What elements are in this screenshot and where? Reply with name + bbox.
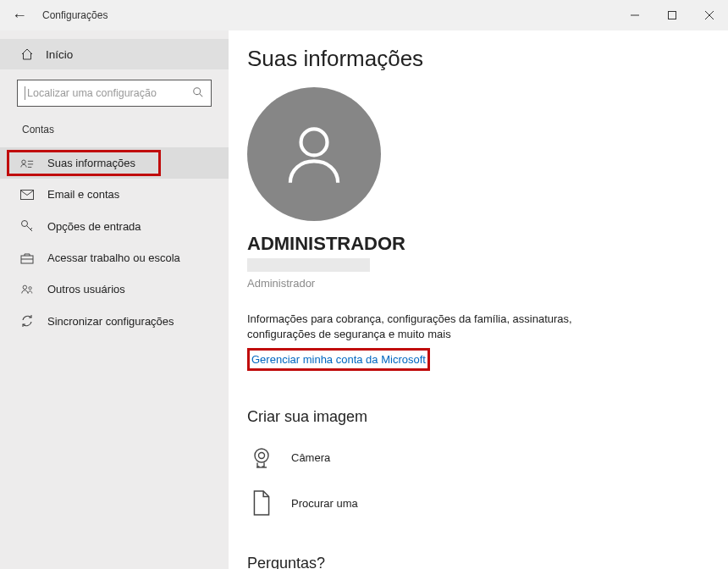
back-arrow-icon[interactable]: ← (12, 7, 27, 25)
sidebar: Início Contas (0, 30, 229, 569)
sidebar-item-label: Outros usuários (47, 283, 125, 296)
browse-option[interactable]: Procurar uma (247, 483, 709, 529)
masked-email (247, 258, 370, 272)
svg-point-19 (255, 449, 268, 462)
camera-option[interactable]: Câmera (247, 438, 709, 483)
sidebar-nav: Suas informações Email e contas Opções d… (0, 147, 229, 337)
sidebar-home-label: Início (46, 48, 73, 61)
search-box[interactable] (17, 80, 212, 107)
svg-line-13 (30, 228, 32, 229)
account-description: Informações para cobrança, configurações… (247, 312, 603, 341)
sidebar-item-label: Sincronizar configurações (47, 315, 174, 328)
minimize-button[interactable] (616, 0, 654, 30)
window-title: Configurações (42, 9, 108, 21)
window-titlebar: ← Configurações (0, 0, 728, 30)
svg-point-16 (23, 285, 26, 289)
sync-icon (20, 314, 34, 328)
other-users-icon (20, 284, 34, 296)
svg-point-11 (22, 221, 28, 227)
key-icon (20, 219, 34, 233)
questions-heading: Perguntas? (247, 555, 709, 569)
sidebar-section-label: Contas (0, 115, 229, 147)
text-caret (25, 86, 25, 100)
sidebar-home[interactable]: Início (0, 39, 229, 69)
sidebar-item-work-school[interactable]: Acessar trabalho ou escola (0, 242, 229, 273)
camera-label: Câmera (291, 451, 330, 464)
search-icon (192, 86, 204, 101)
annotation-highlight: Gerenciar minha conta da Microsoft (247, 348, 430, 371)
person-card-icon (20, 157, 34, 169)
sidebar-item-label: Email e contas (47, 188, 119, 201)
user-name: ADMINISTRADOR (247, 233, 709, 255)
svg-point-17 (29, 286, 31, 289)
content-pane: Suas informações ADMINISTRADOR Administr… (229, 30, 728, 569)
svg-point-4 (194, 87, 201, 94)
sidebar-item-other-users[interactable]: Outros usuários (0, 273, 229, 305)
user-role: Administrador (247, 277, 709, 290)
envelope-icon (20, 190, 34, 200)
svg-line-5 (200, 93, 203, 97)
sidebar-item-sync-settings[interactable]: Sincronizar configurações (0, 305, 229, 337)
close-button[interactable] (691, 0, 728, 30)
sidebar-item-signin-options[interactable]: Opções de entrada (0, 210, 229, 242)
create-image-heading: Criar sua imagem (247, 408, 709, 426)
browse-file-icon (247, 489, 276, 517)
search-input[interactable] (27, 87, 192, 99)
briefcase-icon (20, 252, 34, 264)
sidebar-item-label: Acessar trabalho ou escola (47, 251, 180, 264)
page-title: Suas informações (247, 46, 709, 72)
camera-icon (247, 443, 276, 472)
svg-point-6 (22, 160, 25, 163)
sidebar-item-label: Suas informações (47, 157, 135, 169)
browse-label: Procurar uma (291, 497, 358, 510)
manage-account-link[interactable]: Gerenciar minha conta da Microsoft (251, 353, 426, 366)
sidebar-item-label: Opções de entrada (47, 220, 141, 233)
home-icon (20, 47, 34, 61)
maximize-button[interactable] (654, 0, 691, 30)
svg-point-20 (259, 453, 265, 459)
svg-rect-1 (669, 12, 676, 19)
sidebar-item-email-accounts[interactable]: Email e contas (0, 179, 229, 210)
sidebar-item-your-info[interactable]: Suas informações (0, 147, 229, 179)
avatar (247, 87, 381, 221)
svg-point-18 (301, 129, 328, 155)
